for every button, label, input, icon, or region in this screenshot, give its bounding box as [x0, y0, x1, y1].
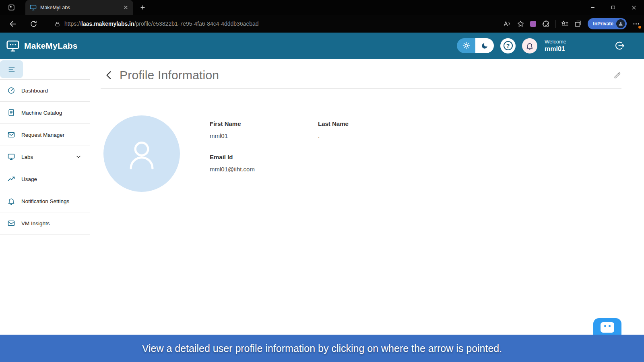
field-label: Last Name [318, 120, 349, 127]
username: mml01 [545, 45, 566, 53]
field-last-name: Last Name . [318, 120, 349, 139]
chat-bot-icon [601, 322, 614, 333]
field-value: mml01 [210, 132, 318, 139]
sidebar-item-label: Labs [21, 154, 33, 160]
profile-avatar-icon [616, 19, 625, 28]
main-content: Profile Information First Name mml01 Las… [90, 59, 644, 362]
chevron-down-icon[interactable] [75, 154, 82, 160]
url-path: /profile/e53822b1-7e95-4fa6-84c4-4dddb36… [134, 21, 259, 27]
vm-insights-icon [7, 219, 15, 227]
sidebar-item-vm-insights[interactable]: VM Insights [0, 212, 90, 234]
addressbar-actions: InPrivate [503, 15, 640, 33]
field-value: mml01@iiht.com [210, 166, 318, 173]
minimize-button[interactable] [582, 0, 603, 15]
favorites-bar-icon[interactable] [561, 20, 569, 28]
sidebar-item-label: Notification Settings [21, 198, 69, 204]
extensions-puzzle-icon[interactable] [542, 20, 549, 28]
header-actions: ? Welcome mml01 [457, 38, 625, 53]
inprivate-label: InPrivate [593, 21, 613, 27]
toolbar-divider [555, 20, 555, 28]
sidebar-item-dashboard[interactable]: Dashboard [0, 80, 90, 102]
url-domain: laas.makemylabs.in [81, 21, 134, 27]
sidebar-item-request-manager[interactable]: Request Manager [0, 124, 90, 146]
brand-name: MakeMyLabs [24, 41, 78, 51]
bell-icon [526, 42, 534, 50]
field-label: Email Id [210, 154, 318, 160]
dark-mode-icon[interactable] [475, 38, 494, 53]
edit-profile-button[interactable] [613, 71, 621, 79]
inprivate-badge[interactable]: InPrivate [588, 18, 627, 29]
url-text: https://laas.makemylabs.in/profile/e5382… [64, 21, 259, 27]
welcome-block: Welcome mml01 [545, 39, 566, 53]
welcome-label: Welcome [545, 39, 566, 45]
menu-toggle-button[interactable] [0, 60, 23, 78]
browser-addressbar: https://laas.makemylabs.in/profile/e5382… [0, 15, 644, 33]
page-title: Profile Information [120, 68, 219, 82]
request-manager-icon [7, 131, 15, 139]
person-icon [122, 134, 161, 173]
machine-catalog-icon [7, 109, 15, 117]
tab-close-icon[interactable] [123, 4, 129, 10]
close-button[interactable] [623, 0, 644, 15]
logout-button[interactable] [615, 41, 625, 51]
usage-icon [7, 175, 15, 183]
url-scheme: https:// [64, 21, 81, 27]
notification-settings-icon [7, 197, 15, 205]
back-navigation-button[interactable] [104, 70, 114, 80]
sidebar-item-label: Request Manager [21, 132, 64, 138]
new-tab-icon[interactable] [139, 4, 146, 11]
profile-fields: First Name mml01 Last Name . Email Id mm… [210, 120, 349, 192]
sidebar-item-labs[interactable]: Labs [0, 146, 90, 168]
makemylabs-logo-icon [6, 39, 20, 53]
hamburger-icon [8, 65, 16, 73]
menu-badge [638, 25, 642, 29]
dashboard-icon [7, 86, 15, 95]
page-header: Profile Information [90, 59, 644, 88]
app-header: MakeMyLabs ? Welcome mml01 [0, 33, 644, 59]
field-label: First Name [210, 120, 318, 127]
light-mode-icon[interactable] [457, 38, 475, 53]
labs-icon [7, 153, 15, 161]
instruction-text: View a detailed user profile information… [142, 343, 502, 354]
read-aloud-icon[interactable] [503, 20, 511, 28]
sidebar-item-label: Machine Catalog [21, 110, 62, 116]
refresh-button[interactable] [30, 20, 37, 28]
sidebar-item-label: Usage [21, 176, 37, 182]
tab-overview-icon[interactable] [8, 4, 15, 11]
field-email: Email Id mml01@iiht.com [210, 154, 318, 173]
instruction-banner: View a detailed user profile information… [0, 335, 644, 362]
sidebar-item-machine-catalog[interactable]: Machine Catalog [0, 102, 90, 124]
theme-toggle[interactable] [457, 38, 494, 53]
extension-icon[interactable] [530, 21, 536, 27]
help-button[interactable]: ? [500, 38, 516, 53]
back-button[interactable] [9, 20, 17, 28]
profile-section: First Name mml01 Last Name . Email Id mm… [90, 89, 644, 192]
collections-icon[interactable] [574, 20, 582, 28]
field-value: . [318, 132, 349, 139]
sidebar-item-usage[interactable]: Usage [0, 168, 90, 190]
browser-titlebar: MakeMyLabs [0, 0, 644, 15]
sidebar-item-notification-settings[interactable]: Notification Settings [0, 190, 90, 212]
browser-menu-icon[interactable] [632, 20, 640, 28]
sidebar-toggle-row [0, 59, 90, 80]
screen: MakeMyLabs [0, 0, 644, 362]
tab-favicon-icon [30, 4, 37, 11]
window-controls [582, 0, 644, 15]
browser-tab[interactable]: MakeMyLabs [25, 0, 133, 15]
help-icon: ? [504, 41, 513, 50]
maximize-button[interactable] [603, 0, 623, 15]
page-body: Dashboard Machine Catalog Request Manage… [0, 59, 644, 362]
lock-icon[interactable] [54, 21, 60, 27]
sidebar-item-label: VM Insights [21, 220, 50, 226]
field-first-name: First Name mml01 [210, 120, 318, 139]
url-field[interactable]: https://laas.makemylabs.in/profile/e5382… [54, 21, 259, 27]
add-favorite-icon[interactable] [517, 20, 524, 28]
pencil-icon [613, 71, 621, 79]
sidebar: Dashboard Machine Catalog Request Manage… [0, 59, 90, 362]
profile-avatar [103, 115, 180, 192]
notifications-button[interactable] [522, 38, 537, 53]
sidebar-item-label: Dashboard [21, 88, 48, 94]
tab-title: MakeMyLabs [40, 5, 119, 10]
